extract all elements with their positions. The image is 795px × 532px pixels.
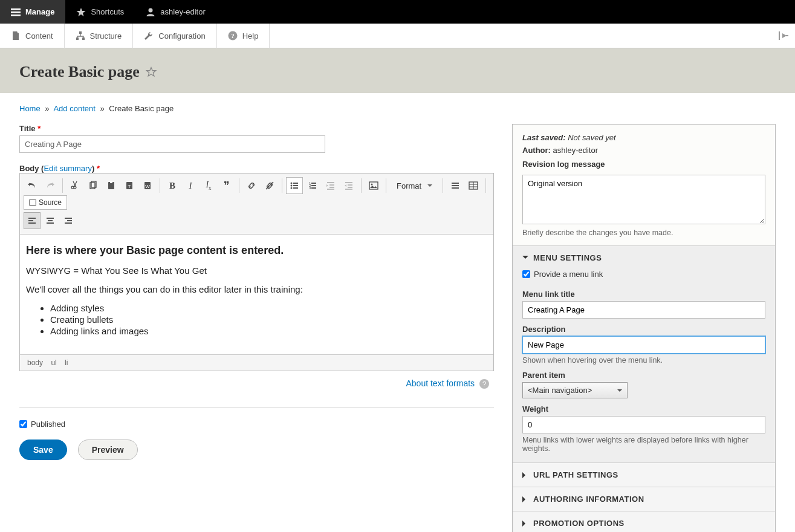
svg-rect-59 bbox=[47, 222, 54, 224]
svg-rect-1 bbox=[11, 11, 21, 13]
paste-text-button[interactable]: T bbox=[121, 177, 138, 194]
sidebar: Last saved: Not saved yet Author: ashley… bbox=[512, 124, 776, 532]
menu-settings-panel: MENU SETTINGS Provide a menu link Menu l… bbox=[513, 246, 775, 463]
align-block-icon bbox=[450, 181, 460, 190]
title-input[interactable] bbox=[19, 135, 325, 153]
svg-text:T: T bbox=[128, 184, 131, 189]
remove-format-button[interactable]: Ix bbox=[200, 177, 217, 194]
menu-link-title-input[interactable] bbox=[522, 301, 765, 319]
outdent-button[interactable] bbox=[322, 177, 339, 194]
parent-item-select[interactable]: <Main navigation> bbox=[522, 382, 628, 398]
menu-settings-header[interactable]: MENU SETTINGS bbox=[513, 246, 775, 270]
svg-point-24 bbox=[291, 187, 293, 189]
collapse-toolbar-button[interactable] bbox=[778, 30, 789, 43]
title-label: Title * bbox=[19, 124, 494, 133]
unlink-button[interactable] bbox=[261, 177, 278, 194]
provide-menu-link-checkbox[interactable] bbox=[522, 270, 530, 278]
breadcrumb: Home » Add content » Create Basic page bbox=[19, 104, 776, 113]
edit-summary-link[interactable]: Edit summary bbox=[44, 164, 91, 173]
svg-point-4 bbox=[149, 8, 153, 12]
list-item: Creating bullets bbox=[50, 314, 487, 325]
blockquote-button[interactable]: ❞ bbox=[218, 177, 235, 194]
paste-word-button[interactable]: W bbox=[139, 177, 156, 194]
table-button[interactable] bbox=[465, 177, 482, 194]
wysiwyg-editor: T W B I Ix ❞ 123 bbox=[19, 173, 494, 371]
svg-rect-16 bbox=[110, 181, 112, 183]
svg-point-22 bbox=[291, 183, 293, 184]
nav-configuration[interactable]: Configuration bbox=[133, 24, 216, 48]
promotion-header[interactable]: PROMOTION OPTIONS bbox=[513, 511, 775, 532]
shortcuts-menu[interactable]: Shortcuts bbox=[65, 0, 135, 24]
image-icon bbox=[369, 181, 378, 190]
caret-right-icon bbox=[522, 472, 528, 478]
editor-content-area[interactable]: Here is where your Basic page content is… bbox=[20, 235, 493, 354]
breadcrumb-current: Create Basic page bbox=[109, 104, 174, 113]
url-path-header[interactable]: URL PATH SETTINGS bbox=[513, 463, 775, 487]
breadcrumb-home[interactable]: Home bbox=[19, 104, 41, 113]
svg-rect-53 bbox=[30, 200, 36, 206]
help-icon[interactable]: ? bbox=[479, 379, 489, 389]
redo-button[interactable] bbox=[42, 177, 59, 194]
align-center-icon bbox=[45, 216, 55, 225]
admin-topbar: Manage Shortcuts ashley-editor bbox=[0, 0, 795, 24]
link-icon bbox=[247, 181, 256, 190]
svg-rect-27 bbox=[293, 187, 298, 189]
undo-button[interactable] bbox=[24, 177, 41, 194]
copy-button[interactable] bbox=[85, 177, 102, 194]
cut-button[interactable] bbox=[67, 177, 83, 194]
svg-rect-56 bbox=[28, 222, 36, 224]
favorite-star-icon[interactable] bbox=[146, 66, 157, 77]
align-left-button[interactable] bbox=[24, 212, 41, 229]
italic-button[interactable]: I bbox=[182, 177, 199, 194]
align-right-button[interactable] bbox=[60, 212, 77, 229]
align-right-icon bbox=[63, 216, 73, 225]
paste-icon bbox=[106, 181, 116, 190]
image-button[interactable] bbox=[365, 177, 382, 194]
bullet-list-button[interactable] bbox=[286, 177, 303, 194]
svg-rect-44 bbox=[369, 182, 378, 189]
svg-marker-38 bbox=[326, 184, 328, 187]
align-left-icon bbox=[27, 216, 37, 225]
breadcrumb-add-content[interactable]: Add content bbox=[53, 104, 95, 113]
svg-rect-32 bbox=[311, 185, 316, 186]
menu-description-input[interactable] bbox=[522, 336, 765, 354]
path-body[interactable]: body bbox=[27, 358, 43, 367]
svg-rect-39 bbox=[345, 182, 352, 183]
authoring-header[interactable]: AUTHORING INFORMATION bbox=[513, 487, 775, 511]
format-select[interactable]: Format bbox=[390, 178, 439, 194]
align-block-button[interactable] bbox=[447, 177, 464, 194]
manage-menu[interactable]: Manage bbox=[0, 0, 65, 24]
published-label: Published bbox=[31, 420, 65, 429]
svg-marker-3 bbox=[77, 8, 86, 16]
nav-structure[interactable]: Structure bbox=[65, 24, 134, 48]
paste-text-icon: T bbox=[125, 181, 134, 190]
svg-rect-57 bbox=[47, 218, 54, 219]
structure-icon bbox=[76, 31, 85, 41]
about-text-formats-link[interactable]: About text formats bbox=[406, 378, 475, 388]
align-center-button[interactable] bbox=[42, 212, 59, 229]
promotion-panel: PROMOTION OPTIONS bbox=[513, 511, 775, 532]
paste-button[interactable] bbox=[103, 177, 120, 194]
bold-button[interactable]: B bbox=[164, 177, 181, 194]
manage-label: Manage bbox=[25, 7, 54, 16]
svg-rect-60 bbox=[65, 218, 72, 219]
svg-text:3: 3 bbox=[309, 186, 311, 190]
weight-input[interactable] bbox=[522, 416, 765, 433]
source-button[interactable]: Source bbox=[24, 195, 67, 210]
nav-content[interactable]: Content bbox=[0, 24, 65, 48]
nav-help[interactable]: ? Help bbox=[217, 24, 270, 48]
published-checkbox[interactable] bbox=[19, 420, 27, 428]
user-menu[interactable]: ashley-editor bbox=[135, 0, 216, 24]
save-button[interactable]: Save bbox=[19, 440, 67, 460]
revision-log-textarea[interactable]: Original version bbox=[522, 175, 765, 224]
number-list-button[interactable]: 123 bbox=[304, 177, 321, 194]
path-li[interactable]: li bbox=[65, 358, 68, 367]
caret-right-icon bbox=[522, 521, 528, 527]
svg-rect-25 bbox=[293, 183, 298, 184]
link-button[interactable] bbox=[243, 177, 260, 194]
path-ul[interactable]: ul bbox=[51, 358, 56, 367]
preview-button[interactable]: Preview bbox=[78, 440, 138, 460]
redo-icon bbox=[45, 181, 55, 190]
caret-down-icon bbox=[522, 256, 528, 262]
indent-button[interactable] bbox=[340, 177, 357, 194]
